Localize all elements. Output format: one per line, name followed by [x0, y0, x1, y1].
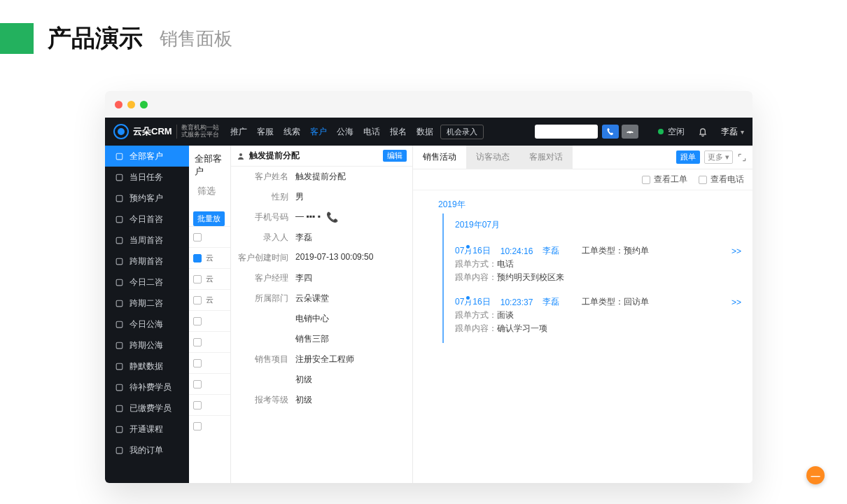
expand-icon[interactable]	[737, 153, 747, 162]
detail-field: 销售三部	[231, 329, 412, 349]
field-label: 所属部门	[238, 293, 288, 304]
row-checkbox[interactable]	[193, 233, 202, 241]
call-button[interactable]	[602, 125, 619, 139]
row-checkbox[interactable]	[193, 401, 202, 410]
detail-field: 所属部门云朵课堂	[231, 288, 412, 309]
more-dropdown[interactable]: 更多 ▾	[704, 150, 733, 164]
chevron-down-icon[interactable]: ▾	[741, 128, 744, 136]
sidebar-item-3[interactable]: 今日首咨	[105, 209, 189, 230]
detail-field: 手机号码— ▪▪▪ ▪📞	[231, 207, 412, 227]
row-checkbox[interactable]	[193, 359, 202, 368]
sidebar-item-7[interactable]: 跨期二咨	[105, 293, 189, 314]
follow-tag-button[interactable]: 跟单	[676, 150, 700, 164]
page-title-sub: 销售面板	[160, 27, 232, 51]
row-checkbox[interactable]	[193, 338, 202, 346]
svg-rect-7	[116, 300, 122, 307]
activity-tab-0[interactable]: 销售活动	[413, 146, 466, 169]
topnav-item-2[interactable]: 线索	[284, 126, 300, 138]
fab-collapse-button[interactable]: —	[806, 466, 825, 484]
opportunity-entry-button[interactable]: 机会录入	[440, 125, 484, 139]
list-row[interactable]	[189, 352, 230, 373]
sidebar-item-9[interactable]: 跨期公海	[105, 335, 189, 356]
row-checkbox[interactable]	[193, 380, 202, 388]
event-content: 跟单内容：预约明天到校区来	[455, 270, 746, 284]
list-row[interactable]	[189, 415, 230, 436]
topnav-item-4[interactable]: 公海	[337, 126, 354, 138]
list-filter-label: 筛选	[189, 178, 230, 197]
sidebar-item-4[interactable]: 当周首咨	[105, 230, 189, 251]
event-expand-link[interactable]: >>	[732, 298, 741, 307]
field-value: 李四	[295, 272, 312, 284]
topnav-item-3[interactable]: 客户	[310, 126, 327, 138]
event-time: 10:23:37	[500, 298, 533, 307]
row-checkbox[interactable]	[193, 296, 202, 304]
sidebar-item-label: 我的订单	[130, 444, 163, 456]
edit-button[interactable]: 编辑	[383, 150, 407, 162]
bell-icon[interactable]	[697, 126, 708, 137]
field-value: — ▪▪▪ ▪	[295, 211, 321, 223]
status-dot-icon	[658, 129, 664, 134]
sidebar-item-14[interactable]: 我的订单	[105, 440, 189, 461]
row-checkbox[interactable]	[193, 317, 202, 326]
topnav-item-1[interactable]: 客服	[257, 126, 274, 138]
sidebar-item-label: 今日二咨	[130, 276, 163, 288]
list-row[interactable]: 云	[189, 268, 230, 289]
sidebar-icon	[115, 278, 124, 287]
detail-field: 录入人李磊	[231, 227, 412, 248]
row-checkbox[interactable]	[193, 254, 202, 262]
timeline-event[interactable]: 07月16日10:23:37李磊工单类型：回访单>>跟单方式：面谈跟单内容：确认…	[455, 292, 746, 339]
sidebar-icon	[115, 194, 124, 203]
batch-release-button[interactable]: 批量放	[193, 211, 225, 226]
list-row[interactable]	[189, 310, 230, 331]
svg-rect-5	[116, 258, 122, 265]
sidebar-item-12[interactable]: 已缴费学员	[105, 398, 189, 419]
list-row[interactable]	[189, 394, 230, 415]
topnav-item-6[interactable]: 报名	[390, 126, 407, 138]
sidebar-item-5[interactable]: 跨期首咨	[105, 251, 189, 272]
sidebar-item-11[interactable]: 待补费学员	[105, 377, 189, 398]
person-icon	[237, 152, 245, 160]
event-expand-link[interactable]: >>	[732, 246, 741, 256]
list-row[interactable]	[189, 226, 230, 247]
window-close-icon[interactable]	[115, 101, 122, 108]
view-call-checkbox[interactable]: 查看电话	[699, 174, 744, 186]
sidebar-item-label: 今日首咨	[130, 214, 163, 225]
sidebar-item-13[interactable]: 开通课程	[105, 419, 189, 440]
username-label[interactable]: 李磊	[721, 126, 738, 138]
timeline-event[interactable]: 07月16日10:24:16李磊工单类型：预约单>>跟单方式：电话跟单内容：预约…	[455, 241, 746, 288]
sidebar-item-8[interactable]: 今日公海	[105, 314, 189, 335]
sidebar-item-10[interactable]: 静默数据	[105, 356, 189, 377]
row-checkbox[interactable]	[193, 422, 202, 430]
row-checkbox[interactable]	[193, 275, 202, 284]
sidebar-icon	[115, 236, 124, 245]
dial-phone-icon[interactable]: 📞	[326, 211, 338, 223]
window-minimize-icon[interactable]	[127, 101, 135, 108]
main-area: 全部客户 筛选 批量放 云云云 触发提前分配 编辑 客户姓名触发提前分配性别男手…	[189, 146, 752, 483]
window-maximize-icon[interactable]	[140, 101, 148, 108]
sidebar-item-0[interactable]: 全部客户	[105, 146, 189, 167]
field-label: 客户创建时间	[238, 252, 288, 264]
sidebar-item-6[interactable]: 今日二咨	[105, 272, 189, 293]
sidebar-item-1[interactable]: 当日任务	[105, 167, 189, 188]
activity-tab-2[interactable]: 客服对话	[519, 146, 573, 169]
sidebar-item-2[interactable]: 预约客户	[105, 188, 189, 209]
field-label: 客户经理	[238, 272, 288, 284]
activity-filter-row: 查看工单 查看电话	[413, 169, 752, 190]
search-input[interactable]	[535, 125, 598, 139]
activity-tab-1[interactable]: 访客动态	[466, 146, 519, 169]
topnav-item-7[interactable]: 数据	[416, 126, 433, 138]
svg-rect-14	[116, 447, 122, 454]
topnav-item-0[interactable]: 推广	[230, 126, 247, 138]
list-row[interactable]: 云	[189, 247, 230, 268]
sidebar-icon	[115, 320, 124, 329]
customer-list-column: 全部客户 筛选 批量放 云云云	[189, 146, 231, 483]
topnav-item-5[interactable]: 电话	[363, 126, 380, 138]
hangup-button[interactable]	[622, 125, 638, 139]
view-ticket-checkbox[interactable]: 查看工单	[642, 174, 687, 186]
list-row[interactable]: 云	[189, 289, 230, 310]
field-value: 男	[295, 191, 304, 203]
list-row[interactable]	[189, 331, 230, 352]
sidebar-icon	[115, 173, 124, 182]
list-row[interactable]	[189, 373, 230, 394]
sidebar-icon	[115, 257, 124, 266]
